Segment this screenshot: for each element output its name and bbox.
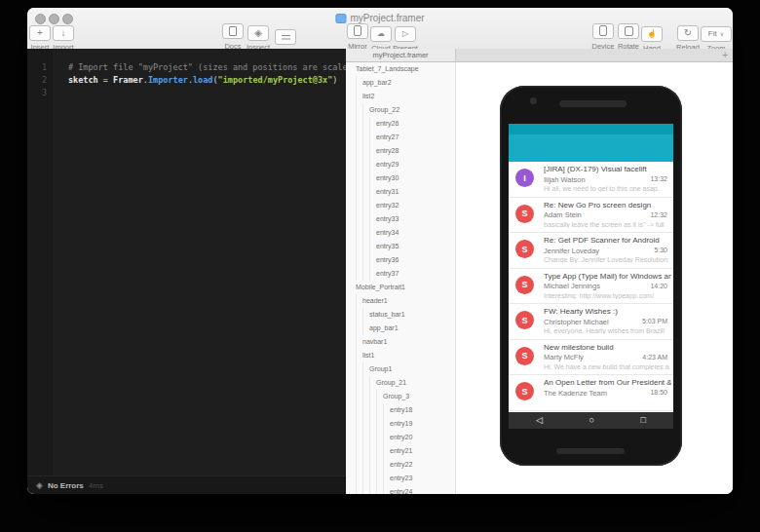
compile-time: 4ms [89, 481, 103, 490]
indent-guide [369, 390, 376, 403]
indent-guide [362, 472, 369, 485]
play-icon: ▷ [402, 29, 408, 39]
layer-row[interactable]: Group1 [346, 362, 455, 376]
layer-row[interactable]: entry32 [346, 199, 455, 212]
email-list-item[interactable]: S Re: New Go Pro screen design Adam Stei… [509, 198, 673, 234]
layer-row[interactable]: header1 [346, 294, 455, 308]
layer-row[interactable]: entry33 [346, 212, 455, 226]
layer-row[interactable]: list2 [346, 90, 455, 103]
layer-row[interactable]: navbar1 [346, 335, 455, 349]
indent-guide [362, 131, 369, 144]
layer-row[interactable]: status_bar1 [346, 308, 455, 322]
indent-guide [383, 431, 390, 444]
email-preview: Hi, everyone. Hearty wishes from Brazil! [544, 327, 671, 334]
email-list-item[interactable]: S An Open Letter from Our President & CE… [509, 375, 673, 411]
sender-avatar: S [515, 347, 534, 365]
layer-label: header1 [362, 294, 388, 308]
indent-guide [356, 226, 362, 240]
layer-row[interactable]: entry31 [346, 185, 455, 199]
layer-row[interactable]: Group_21 [346, 376, 455, 390]
indent-guide [369, 185, 376, 199]
tab-myproject[interactable]: myProject.framer [346, 49, 456, 61]
indent-guide [356, 171, 362, 185]
layer-row[interactable]: entry37 [346, 267, 455, 281]
layer-row[interactable]: entry24 [346, 485, 455, 494]
layer-row[interactable]: entry36 [346, 253, 455, 267]
email-time: 12:32 [650, 211, 667, 218]
email-list-item[interactable]: S FW: Hearty Wishes :) Christopher Micha… [509, 304, 673, 340]
indent-guide [362, 458, 369, 472]
add-tab-button[interactable]: + [722, 49, 728, 61]
home-icon[interactable]: ○ [589, 416, 594, 425]
back-icon[interactable]: ◁ [536, 416, 543, 425]
email-preview: Hi, We have a new build that completes a [544, 363, 671, 370]
email-list-item[interactable]: S New milestone build Marty McFly 4:23 A… [509, 340, 673, 376]
layer-row[interactable]: entry30 [346, 171, 455, 185]
layer-label: entry34 [376, 226, 399, 240]
indent-guide [369, 199, 376, 212]
indent-guide [376, 444, 383, 458]
indent-guide [356, 376, 362, 390]
zoom-control[interactable]: Fit ∨ Zoom [693, 22, 733, 53]
layer-row[interactable]: entry18 [346, 403, 455, 417]
status-diamond-icon: ◈ [36, 481, 43, 490]
indent-guide [362, 226, 369, 240]
email-list-item[interactable]: S Re: Get PDF Scanner for Android Jennif… [509, 233, 673, 269]
email-subject: [JIRA] (DX-179) Visual facelift [544, 165, 671, 173]
earpiece-speaker-icon [559, 100, 627, 107]
indent-guide [369, 417, 376, 431]
email-list-item[interactable]: S Type App (Type Mail) for Windows and M… [509, 269, 673, 305]
layer-row[interactable]: entry27 [346, 131, 455, 144]
layer-row[interactable]: entry29 [346, 158, 455, 171]
indent-guide [362, 144, 369, 158]
recents-icon[interactable]: □ [641, 416, 646, 425]
email-preview: Change By: Jennifer Loveday Resolution: [544, 256, 671, 263]
layer-row[interactable]: Group_3 [346, 390, 455, 403]
layer-row[interactable]: entry26 [346, 117, 455, 131]
code-editor[interactable]: 1 2 3 # Import file "myProject" (sizes a… [27, 49, 346, 475]
email-subject: Re: New Go Pro screen design [544, 201, 671, 209]
layer-row[interactable]: app_bar1 [346, 322, 455, 335]
indent-guide [356, 76, 362, 90]
layer-label: entry35 [376, 240, 399, 253]
layer-row[interactable]: entry35 [346, 240, 455, 253]
indent-guide [356, 403, 362, 417]
indent-guide [362, 376, 369, 390]
import-button[interactable]: ↓ Import [42, 22, 85, 52]
indent-guide [362, 390, 369, 403]
code-line: sketch = Framer.Importer.load("imported/… [68, 74, 337, 87]
code-token: "imported/myProject@3x" [218, 75, 333, 85]
device-screen: I [JIRA] (DX-179) Visual facelift Ilijah… [509, 124, 673, 429]
layer-row[interactable]: entry22 [346, 458, 455, 472]
layer-label: entry32 [376, 199, 399, 212]
email-time: 13:32 [650, 175, 667, 182]
arrow-down-icon: ↓ [61, 28, 66, 38]
indent-guide [376, 403, 383, 417]
layer-row[interactable]: Tablet_7_Landscape [346, 62, 455, 76]
indent-guide [362, 240, 369, 253]
email-subject: FW: Hearty Wishes :) [544, 307, 671, 316]
indent-guide [376, 431, 383, 444]
indent-guide [369, 158, 376, 171]
layer-row[interactable]: Mobile_Portrait1 [346, 281, 455, 294]
indent-guide [376, 485, 383, 494]
email-sender: Christopher Michael [544, 318, 640, 326]
layer-label: entry19 [390, 417, 412, 431]
layer-row[interactable]: app_bar2 [346, 76, 455, 90]
code-token: ) [332, 75, 337, 85]
layer-row[interactable]: list1 [346, 349, 455, 362]
layer-row[interactable]: entry23 [346, 472, 455, 485]
layer-row[interactable]: entry20 [346, 431, 455, 444]
layer-row[interactable]: Group_22 [346, 103, 455, 117]
layer-row[interactable]: entry34 [346, 226, 455, 240]
sender-avatar: S [515, 311, 534, 329]
email-time: 14:20 [650, 283, 667, 289]
layer-row[interactable]: entry19 [346, 417, 455, 431]
indent-guide [369, 226, 376, 240]
email-list-item[interactable]: I [JIRA] (DX-179) Visual facelift Ilijah… [509, 162, 673, 198]
layer-row[interactable]: entry21 [346, 444, 455, 458]
mail-app-bar [509, 134, 673, 162]
snippet-lines-icon [282, 35, 290, 37]
layer-row[interactable]: entry28 [346, 144, 455, 158]
preview-canvas[interactable]: I [JIRA] (DX-179) Visual facelift Ilijah… [456, 62, 733, 494]
